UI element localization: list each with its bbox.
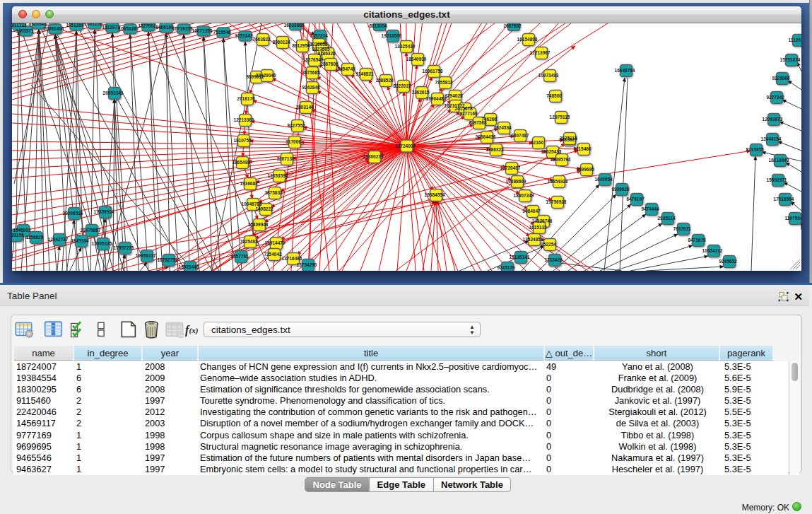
- svg-text:17359914: 17359914: [94, 209, 114, 214]
- svg-text:3875832: 3875832: [264, 190, 283, 195]
- svg-text:15720407: 15720407: [500, 165, 521, 170]
- svg-text:1545901: 1545901: [13, 228, 31, 233]
- svg-text:8471676: 8471676: [688, 238, 706, 243]
- svg-text:1362615: 1362615: [411, 90, 430, 95]
- svg-text:7632621: 7632621: [673, 226, 691, 231]
- svg-text:1405571: 1405571: [16, 28, 34, 33]
- svg-text:8813054: 8813054: [369, 23, 387, 28]
- svg-text:1112674: 1112674: [788, 37, 801, 42]
- svg-text:9245652: 9245652: [719, 259, 737, 264]
- svg-text:10719155: 10719155: [172, 26, 193, 31]
- svg-text:8322037: 8322037: [393, 83, 411, 88]
- svg-text:2687682: 2687682: [503, 23, 522, 28]
- svg-text:1239159: 1239159: [12, 233, 24, 238]
- svg-text:10025433: 10025433: [541, 149, 562, 154]
- svg-text:16648784: 16648784: [615, 68, 635, 73]
- svg-text:20053346: 20053346: [103, 90, 124, 95]
- svg-text:13716485: 13716485: [282, 256, 302, 261]
- svg-text:7357224: 7357224: [310, 33, 328, 38]
- svg-text:9146821: 9146821: [355, 71, 374, 76]
- svg-text:1916682: 1916682: [240, 181, 258, 186]
- svg-text:12213363: 12213363: [234, 117, 254, 122]
- svg-text:1051209: 1051209: [66, 23, 84, 28]
- svg-text:748500: 748500: [546, 93, 562, 98]
- svg-text:9899695: 9899695: [576, 167, 594, 172]
- svg-text:9227342: 9227342: [766, 95, 784, 100]
- svg-text:1167534: 1167534: [784, 216, 801, 221]
- svg-text:6479197: 6479197: [626, 197, 645, 201]
- svg-text:2091156: 2091156: [84, 23, 102, 26]
- svg-text:10958117: 10958117: [136, 253, 156, 258]
- svg-text:12213967: 12213967: [530, 50, 551, 55]
- svg-text:16782759: 16782759: [158, 257, 178, 262]
- svg-text:1810755: 1810755: [233, 138, 252, 143]
- svg-text:3624534: 3624534: [493, 125, 512, 130]
- svg-text:9151342: 9151342: [235, 33, 253, 38]
- svg-text:9245120: 9245120: [497, 265, 515, 270]
- svg-text:20364436: 20364436: [476, 134, 496, 139]
- svg-text:9457791: 9457791: [230, 254, 249, 259]
- svg-text:9115460: 9115460: [573, 146, 592, 151]
- svg-text:12505135: 12505135: [92, 241, 112, 246]
- svg-text:10046785: 10046785: [242, 201, 262, 206]
- svg-text:19654923: 19654923: [548, 179, 568, 184]
- svg-text:10973493: 10973493: [539, 73, 559, 78]
- svg-text:10807487: 10807487: [509, 133, 529, 138]
- svg-text:18640910: 18640910: [406, 57, 427, 62]
- svg-text:13495794: 13495794: [551, 157, 571, 162]
- svg-text:1156829: 1156829: [25, 235, 44, 240]
- svg-text:16210643: 16210643: [769, 158, 789, 163]
- svg-text:1145194: 1145194: [71, 238, 89, 243]
- svg-text:2867608: 2867608: [320, 62, 339, 66]
- svg-text:1640954: 1640954: [594, 177, 613, 182]
- svg-text:23975867: 23975867: [81, 228, 101, 233]
- svg-text:8186328: 8186328: [317, 51, 336, 56]
- svg-text:8466160: 8466160: [155, 25, 174, 30]
- svg-text:1733426: 1733426: [544, 257, 563, 262]
- svg-text:9474444: 9474444: [641, 206, 659, 211]
- svg-text:2975115: 2975115: [559, 136, 577, 141]
- svg-text:23300273: 23300273: [363, 154, 384, 159]
- svg-text:19756928: 19756928: [546, 199, 567, 204]
- svg-text:15136141: 15136141: [510, 255, 530, 259]
- svg-text:18807249: 18807249: [514, 193, 534, 198]
- svg-text:8454749: 8454749: [337, 66, 355, 71]
- svg-text:19384554: 19384554: [425, 192, 445, 197]
- svg-text:16914479: 16914479: [265, 240, 286, 245]
- svg-text:7663822: 7663822: [252, 37, 271, 42]
- svg-text:1498222: 1498222: [255, 206, 273, 211]
- svg-text:9777169: 9777169: [459, 111, 478, 116]
- svg-text:12942737: 12942737: [48, 237, 69, 242]
- svg-text:2803144: 2803144: [295, 105, 314, 110]
- svg-text:3267130: 3267130: [276, 156, 295, 161]
- svg-text:7986322: 7986322: [486, 147, 504, 152]
- svg-text:10653267: 10653267: [119, 26, 139, 31]
- svg-text:7625402: 7625402: [240, 239, 258, 244]
- svg-text:19904483: 19904483: [426, 96, 447, 101]
- svg-text:6794028: 6794028: [445, 93, 463, 98]
- svg-text:1615132: 1615132: [529, 225, 547, 230]
- svg-text:13754290: 13754290: [297, 262, 317, 267]
- svg-text:7955812: 7955812: [435, 80, 453, 85]
- svg-text:18724007: 18724007: [395, 144, 416, 148]
- svg-text:1911711: 1911711: [12, 23, 27, 28]
- svg-text:1822973: 1822973: [102, 25, 120, 30]
- svg-text:10671355: 10671355: [192, 28, 213, 33]
- svg-text:12975115: 12975115: [550, 115, 570, 119]
- svg-text:15751074: 15751074: [780, 57, 801, 62]
- svg-text:12093873: 12093873: [763, 117, 783, 122]
- svg-text:8215955: 8215955: [746, 147, 764, 152]
- svg-text:23420046: 23420046: [256, 73, 276, 78]
- svg-text:13325419: 13325419: [395, 44, 416, 49]
- svg-text:12923446: 12923446: [179, 264, 199, 269]
- svg-text:15409948: 15409948: [248, 222, 269, 227]
- svg-text:14120746: 14120746: [532, 218, 553, 223]
- svg-text:23226058: 23226058: [307, 42, 328, 47]
- svg-text:15692971: 15692971: [767, 177, 787, 182]
- svg-text:9242848: 9242848: [302, 85, 320, 90]
- svg-text:11353594: 11353594: [268, 173, 288, 178]
- svg-text:3875685: 3875685: [302, 70, 320, 75]
- svg-text:8938928: 8938928: [611, 187, 630, 192]
- svg-text:1588520: 1588520: [375, 78, 394, 83]
- svg-text:9084047: 9084047: [522, 209, 541, 214]
